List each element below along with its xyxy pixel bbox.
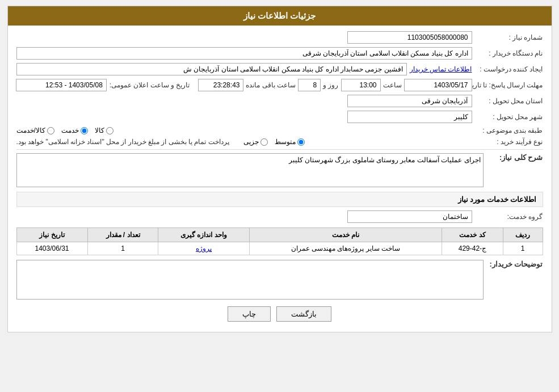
radio-khadamat[interactable] xyxy=(81,127,88,134)
tabaqe-row: طبقه بندی موضوعی : کالا خدمت کالا/خدمت xyxy=(16,127,543,134)
ostan-row: استان محل تحویل : xyxy=(16,95,543,107)
main-content: شماره نیاز : نام دستگاه خریدار : ایجاد ک… xyxy=(8,26,552,332)
grohe-khadamat-label: گروه خدمت: xyxy=(475,213,543,221)
tosifat-row: توضیحات خریدار: xyxy=(16,260,543,300)
grohe-khadamat-input[interactable] xyxy=(347,210,472,223)
tabaqe-label: طبقه بندی موضوعی : xyxy=(475,127,543,134)
divider-1 xyxy=(16,149,543,150)
col-radif: ردیف xyxy=(503,228,543,242)
tabaqe-radio-group: کالا خدمت کالا/خدمت xyxy=(16,127,472,134)
table-row: 1 ج-42-429 ساخت سایر پروژه‌های مهندسی عم… xyxy=(16,242,543,255)
radio-khadamat-label: خدمت xyxy=(61,127,79,134)
tarikh-saat-elan-label: تاریخ و ساعت اعلان عمومی: xyxy=(110,81,190,89)
grohe-khadamat-row: گروه خدمت: xyxy=(16,210,543,223)
khadamat-table-container: ردیف کد خدمت نام خدمت واحد اندازه گیری ت… xyxy=(16,227,543,255)
section-khadamat-title: اطلاعات خدمات مورد نیاز xyxy=(16,192,543,207)
radio-kala[interactable] xyxy=(106,127,114,134)
mohlat-date-input[interactable] xyxy=(404,79,472,91)
shomare-niaz-input[interactable] xyxy=(347,31,472,44)
radio-mottaset-item: متوسط xyxy=(275,138,305,146)
saat-baghi-mande-label: ساعت باقی مانده xyxy=(246,81,296,89)
ijad-konande-label: ایجاد کننده درخواست : xyxy=(475,65,543,73)
countdown-group: ساعت روز و ساعت باقی مانده xyxy=(198,79,472,91)
col-kod: کد خدمت xyxy=(442,228,503,242)
cell-radif: 1 xyxy=(503,242,543,255)
rooz-input[interactable] xyxy=(298,79,321,91)
shahr-input[interactable] xyxy=(347,111,472,123)
saat-label: ساعت xyxy=(383,81,402,89)
cell-tedad: 1 xyxy=(87,242,158,255)
ijad-konande-input[interactable] xyxy=(16,63,407,75)
radio-kala-khadamat[interactable] xyxy=(47,127,54,134)
radio-mottaset[interactable] xyxy=(297,138,305,146)
radio-jozi-label: جزیی xyxy=(243,138,259,146)
sharh-kolli-label: شرح کلی نیاز: xyxy=(486,153,543,162)
khadamat-table: ردیف کد خدمت نام خدمت واحد اندازه گیری ت… xyxy=(16,227,543,255)
print-button[interactable]: چاپ xyxy=(228,306,271,322)
col-vahed: واحد اندازه گیری xyxy=(158,228,249,242)
shomare-niaz-row: شماره نیاز : xyxy=(16,31,543,44)
col-tedad: تعداد / مقدار xyxy=(87,228,158,242)
shahr-row: شهر محل تحویل : xyxy=(16,111,543,123)
ettelaat-tamas-link[interactable]: اطلاعات تماس خریدار xyxy=(410,65,472,73)
cell-nam: ساخت سایر پروژه‌های مهندسی عمران xyxy=(249,242,442,255)
page-header: جزئیات اطلاعات نیاز xyxy=(8,6,552,26)
radio-kala-khadamat-label: کالا/خدمت xyxy=(16,127,45,134)
radio-kala-item: کالا xyxy=(95,127,114,134)
shomare-niaz-label: شماره نیاز : xyxy=(475,33,543,41)
page-title: جزئیات اطلاعات نیاز xyxy=(243,11,316,20)
tosifat-label: توضیحات خریدار: xyxy=(486,260,543,268)
back-button[interactable]: بازگشت xyxy=(276,306,331,322)
mohlat-row: مهلت ارسال پاسخ: تا تاریخ: ساعت روز و سا… xyxy=(16,79,543,91)
ijad-konande-row: ایجاد کننده درخواست : اطلاعات تماس خریدا… xyxy=(16,63,543,75)
radio-khadamat-item: خدمت xyxy=(61,127,88,134)
ostan-input[interactable] xyxy=(347,95,472,107)
rooz-label: روز و xyxy=(323,81,338,89)
noe-farayand-row: نوع فرآیند خرید : جزیی متوسط پرداخت تمام… xyxy=(16,138,543,146)
radio-kala-khadamat-item: کالا/خدمت xyxy=(16,127,54,134)
radio-kala-label: کالا xyxy=(95,127,104,134)
sharh-kolli-row: شرح کلی نیاز: اجرای عملیات آسفالت معابر … xyxy=(16,153,543,187)
radio-jozi-item: جزیی xyxy=(243,138,268,146)
ostan-label: استان محل تحویل : xyxy=(475,97,543,105)
radio-jozi[interactable] xyxy=(260,138,268,146)
nam-dastgah-label: نام دستگاه خریدار : xyxy=(475,49,543,57)
cell-tarikh: 1403/06/31 xyxy=(16,242,87,255)
sharh-kolli-textarea[interactable]: اجرای عملیات آسفالت معابر روستای شاملوی … xyxy=(16,153,484,187)
radio-mottaset-label: متوسط xyxy=(275,138,296,146)
shahr-label: شهر محل تحویل : xyxy=(475,113,543,121)
cell-vahed[interactable]: پروژه xyxy=(158,242,249,255)
col-tarikh: تاریخ نیاز xyxy=(16,228,87,242)
button-row: بازگشت چاپ xyxy=(16,306,543,322)
mohlat-label: مهلت ارسال پاسخ: تا تاریخ: xyxy=(475,81,543,89)
page-container: جزئیات اطلاعات نیاز شماره نیاز : نام دست… xyxy=(7,6,552,332)
notice-text: پرداخت تمام یا بخشی از مبلغ خریدار از مح… xyxy=(16,138,229,146)
noe-farayand-label: نوع فرآیند خرید : xyxy=(475,138,543,146)
tosifat-textarea[interactable] xyxy=(16,260,484,300)
tarikh-saat-elan-input[interactable] xyxy=(16,79,107,91)
nam-dastgah-input[interactable] xyxy=(16,47,472,60)
nam-dastgah-row: نام دستگاه خریدار : xyxy=(16,47,543,60)
col-nam: نام خدمت xyxy=(249,228,442,242)
countdown-input[interactable] xyxy=(198,79,243,91)
saat-input[interactable] xyxy=(341,79,381,91)
farayand-radio-group: جزیی متوسط xyxy=(243,138,472,146)
cell-kod: ج-42-429 xyxy=(442,242,503,255)
